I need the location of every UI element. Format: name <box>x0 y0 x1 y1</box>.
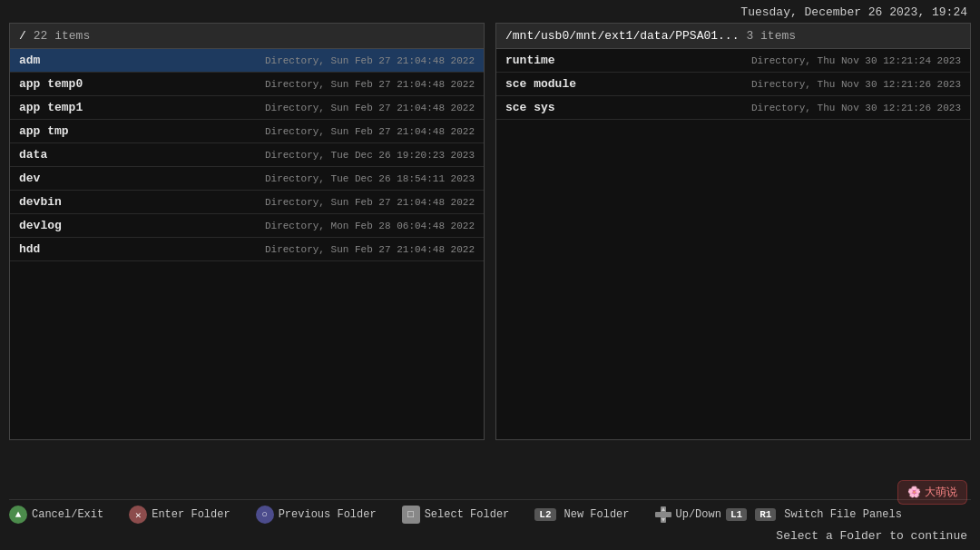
file-name: runtime <box>505 54 555 67</box>
list-item[interactable]: admDirectory, Sun Feb 27 21:04:48 2022 <box>10 49 484 73</box>
file-meta: Directory, Sun Feb 27 21:04:48 2022 <box>265 244 475 255</box>
select-folder-label: Select Folder <box>425 508 510 521</box>
file-name: hdd <box>19 242 40 256</box>
file-meta: Directory, Sun Feb 27 21:04:48 2022 <box>265 103 475 113</box>
updown-label: Up/Down <box>676 508 721 521</box>
switch-file-panels-label: Switch File Panels <box>784 508 902 521</box>
cancel-exit-control[interactable]: ▲ Cancel/Exit <box>9 506 103 524</box>
file-name: app tmp <box>19 124 69 138</box>
file-meta: Directory, Thu Nov 30 12:21:24 2023 <box>751 55 961 66</box>
watermark-text: 大萌说 <box>925 485 957 500</box>
right-panel: /mnt/usb0/mnt/ext1/data/PPSA01...3 items… <box>495 23 971 440</box>
new-folder-label: New Folder <box>564 508 630 521</box>
left-file-list: admDirectory, Sun Feb 27 21:04:48 2022ap… <box>10 49 484 436</box>
file-name: sce sys <box>505 101 555 114</box>
svg-rect-1 <box>655 512 671 517</box>
list-item[interactable]: app temp1Directory, Sun Feb 27 21:04:48 … <box>10 96 484 120</box>
file-meta: Directory, Tue Dec 26 18:54:11 2023 <box>265 173 475 184</box>
cross-icon: ✕ <box>129 506 147 524</box>
file-name: app temp0 <box>19 77 83 91</box>
watermark: 🌸 大萌说 <box>897 480 967 505</box>
list-item[interactable]: devDirectory, Tue Dec 26 18:54:11 2023 <box>10 167 484 191</box>
dpad-icon <box>655 506 671 523</box>
file-meta: Directory, Thu Nov 30 12:21:26 2023 <box>751 79 961 90</box>
file-meta: Directory, Sun Feb 27 21:04:48 2022 <box>265 126 475 137</box>
file-name: devbin <box>19 195 62 209</box>
square-icon: □ <box>402 506 420 524</box>
file-name: dev <box>19 172 40 185</box>
cancel-exit-label: Cancel/Exit <box>32 508 103 521</box>
list-item[interactable]: sce sysDirectory, Thu Nov 30 12:21:26 20… <box>496 96 970 120</box>
l2-icon: L2 <box>534 508 555 521</box>
left-panel-path: / <box>19 29 26 43</box>
select-folder-control[interactable]: □ Select Folder <box>402 506 510 524</box>
list-item[interactable]: dataDirectory, Tue Dec 26 19:20:23 2023 <box>10 143 484 167</box>
previous-folder-control[interactable]: ○ Previous Folder <box>256 506 377 524</box>
list-item[interactable]: app tmpDirectory, Sun Feb 27 21:04:48 20… <box>10 120 484 143</box>
enter-folder-control[interactable]: ✕ Enter Folder <box>129 506 230 524</box>
list-item[interactable]: hddDirectory, Sun Feb 27 21:04:48 2022 <box>10 238 484 261</box>
right-panel-path: /mnt/usb0/mnt/ext1/data/PPSA01... <box>505 29 739 43</box>
triangle-icon: ▲ <box>9 506 27 524</box>
right-panel-count: 3 items <box>746 29 796 43</box>
enter-folder-label: Enter Folder <box>152 508 230 521</box>
file-meta: Directory, Sun Feb 27 21:04:48 2022 <box>265 197 475 208</box>
left-panel: /22 items admDirectory, Sun Feb 27 21:04… <box>9 23 485 440</box>
file-name: adm <box>19 54 40 67</box>
file-name: devlog <box>19 219 62 232</box>
file-meta: Directory, Thu Nov 30 12:21:26 2023 <box>751 103 961 113</box>
file-meta: Directory, Tue Dec 26 19:20:23 2023 <box>265 150 475 161</box>
file-name: sce module <box>505 77 576 91</box>
list-item[interactable]: runtimeDirectory, Thu Nov 30 12:21:24 20… <box>496 49 970 73</box>
left-panel-header: /22 items <box>10 24 484 49</box>
controls-bar: ▲ Cancel/Exit ✕ Enter Folder ○ Previous … <box>0 502 980 525</box>
right-panel-header: /mnt/usb0/mnt/ext1/data/PPSA01...3 items <box>496 24 970 49</box>
file-meta: Directory, Sun Feb 27 21:04:48 2022 <box>265 55 475 66</box>
list-item[interactable]: app temp0Directory, Sun Feb 27 21:04:48 … <box>10 73 484 96</box>
list-item[interactable]: devlogDirectory, Mon Feb 28 06:04:48 202… <box>10 214 484 238</box>
left-panel-count: 22 items <box>34 29 90 43</box>
file-meta: Directory, Mon Feb 28 06:04:48 2022 <box>265 221 475 231</box>
list-item[interactable]: sce moduleDirectory, Thu Nov 30 12:21:26… <box>496 73 970 96</box>
datetime-display: Tuesday, December 26 2023, 19:24 <box>740 5 967 19</box>
previous-folder-label: Previous Folder <box>279 508 377 521</box>
r1-icon: R1 <box>755 508 776 521</box>
updown-control[interactable]: Up/Down L1 R1 Switch File Panels <box>655 506 902 523</box>
file-name: data <box>19 148 47 162</box>
right-file-list: runtimeDirectory, Thu Nov 30 12:21:24 20… <box>496 49 970 436</box>
new-folder-control[interactable]: L2 New Folder <box>534 508 629 521</box>
list-item[interactable]: devbinDirectory, Sun Feb 27 21:04:48 202… <box>10 191 484 214</box>
status-bar: Select a Folder to continue <box>0 525 980 550</box>
status-text: Select a Folder to continue <box>776 529 967 543</box>
file-meta: Directory, Sun Feb 27 21:04:48 2022 <box>265 79 475 90</box>
circle-icon: ○ <box>256 506 274 524</box>
watermark-icon: 🌸 <box>907 486 921 499</box>
l1-icon: L1 <box>726 508 747 521</box>
file-name: app temp1 <box>19 101 83 114</box>
